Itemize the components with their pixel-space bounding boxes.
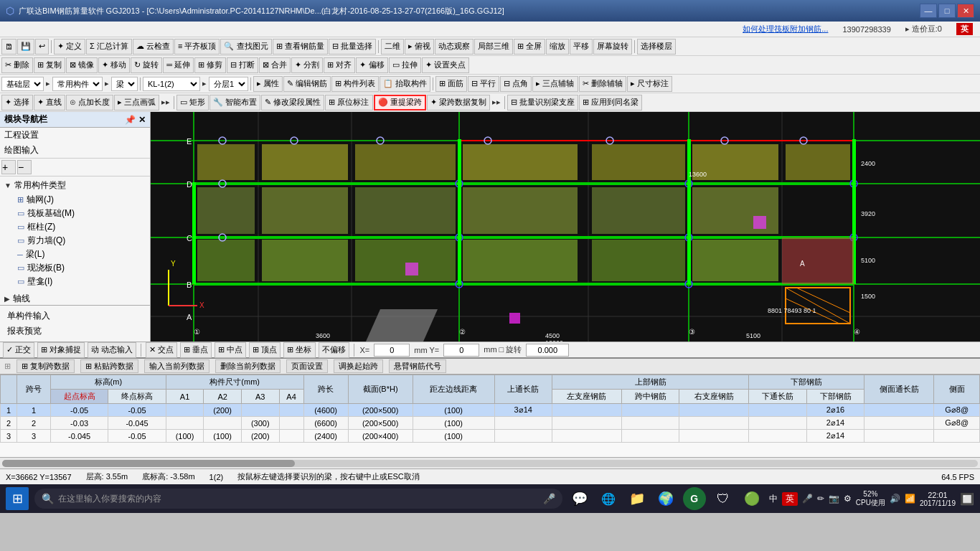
mod-beam-seg-btn[interactable]: ✎ 修改梁段属性: [261, 95, 324, 110]
drawing-import-item[interactable]: 绘图输入: [0, 143, 150, 158]
parallel-btn[interactable]: ⊟ 平行: [468, 76, 499, 92]
level-top-btn[interactable]: ≡ 平齐板顶: [174, 39, 220, 55]
rotate-btn[interactable]: ↻ 旋转: [131, 57, 162, 73]
win-maximize-btn[interactable]: □: [938, 4, 956, 18]
nav-slab-item[interactable]: ▭ 现浇板(B): [0, 261, 150, 275]
smart-place-btn[interactable]: 🔧 智能布置: [209, 95, 260, 110]
single-comp-input-item[interactable]: 单构件输入: [4, 309, 146, 324]
dynamic-obs-btn[interactable]: 动态观察: [435, 39, 473, 55]
align-btn[interactable]: ⊞ 对齐: [324, 57, 355, 73]
apply-same-name-btn[interactable]: ⊞ 应用到同名梁: [579, 95, 642, 110]
offset-btn[interactable]: ✦ 偏移: [356, 57, 387, 73]
tray-cam[interactable]: 📷: [829, 494, 839, 504]
pick-comp-btn[interactable]: 📋 抬取构件: [380, 76, 430, 92]
h-scrollbar[interactable]: [0, 457, 980, 468]
table-row[interactable]: 1 1 -0.05 -0.05 (200) (4600) (200×500) (…: [1, 404, 980, 417]
perp-btn[interactable]: ⊞ 垂点: [180, 342, 212, 358]
edit-rebar-btn[interactable]: ✎ 编辑钢筋: [283, 76, 331, 92]
table-row[interactable]: 2 2 -0.03 -0.045 (300) (6600) (200×500) …: [1, 417, 980, 430]
pan-btn[interactable]: 平移: [570, 39, 593, 55]
stretch-btn[interactable]: ▭ 拉伸: [389, 57, 421, 73]
re-extract-beam-btn[interactable]: 🔴 重提梁跨: [374, 95, 426, 110]
batch-select-btn[interactable]: ⊟ 批量选择: [329, 39, 376, 55]
coord-btn[interactable]: ⊞ 坐标: [283, 342, 315, 358]
new-btn[interactable]: 🖺: [1, 39, 17, 55]
axis-header[interactable]: ▶ 轴线: [0, 291, 150, 305]
nav-grid-item[interactable]: ⊞ 轴网(J): [0, 193, 150, 207]
property-btn[interactable]: ▸ 属性: [253, 76, 283, 92]
nav-wall-item[interactable]: ▭ 剪力墙(Q): [0, 234, 150, 248]
rect-btn[interactable]: ▭ 矩形: [176, 95, 209, 110]
nav-add-btn[interactable]: +: [1, 160, 16, 174]
nav-raft-item[interactable]: ▭ 筏板基础(M): [0, 207, 150, 220]
split-btn[interactable]: ✦ 分割: [291, 57, 323, 73]
extend-btn[interactable]: ═ 延伸: [163, 57, 194, 73]
comp-list-btn[interactable]: ⊞ 构件列表: [331, 76, 379, 92]
tray-volume[interactable]: 🔊: [890, 494, 900, 504]
taskbar-app-edge[interactable]: 🌐: [597, 487, 620, 510]
sub-component-select[interactable]: 梁: [111, 77, 138, 91]
y-input[interactable]: [443, 344, 479, 357]
part-3d-btn[interactable]: 局部三维: [474, 39, 513, 55]
top-view-btn[interactable]: ▸ 俯视: [405, 39, 434, 55]
table-row[interactable]: 3 3 -0.045 -0.05 (100) (100) (200) (2400…: [1, 430, 980, 443]
copy-span-btn[interactable]: ⊞ 复制跨数据: [17, 359, 75, 373]
nav-close-icon[interactable]: ✕: [138, 115, 146, 125]
layer-select[interactable]: 基础层: [1, 77, 44, 91]
nav-pin-icon[interactable]: 📌: [125, 115, 136, 125]
move-btn[interactable]: ✦ 移动: [98, 57, 130, 73]
midpoint-btn[interactable]: ⊞ 中点: [215, 342, 246, 358]
common-components-header[interactable]: ▼ 常用构件类型: [0, 178, 150, 193]
paste-span-btn[interactable]: ⊞ 粘贴跨数据: [80, 359, 138, 373]
intersection-btn[interactable]: ✕ 交点: [146, 342, 177, 358]
swap-span-btn[interactable]: 调换起始跨: [334, 359, 383, 373]
nav-col-item[interactable]: ▭ 框柱(Z): [0, 220, 150, 234]
cloud-check-btn[interactable]: ☁ 云检查: [133, 39, 174, 55]
dimension-btn[interactable]: ▸ 尺寸标注: [627, 76, 672, 92]
nav-recess-item[interactable]: ▭ 壁龛(I): [0, 275, 150, 288]
find-elem-btn[interactable]: 🔍 查找图元: [220, 39, 271, 55]
input-col-btn[interactable]: 输入当前列数据: [144, 359, 209, 373]
taskbar-app-chat[interactable]: 💬: [568, 487, 591, 510]
point-angle-btn[interactable]: ⊟ 点角: [500, 76, 532, 92]
orig-annot-btn[interactable]: ⊞ 原位标注: [325, 95, 372, 110]
cant-rebar-btn[interactable]: 悬臂钢筋代号: [389, 359, 446, 373]
start-btn[interactable]: ⊞: [6, 487, 29, 510]
vertex-btn[interactable]: ⊞ 顶点: [249, 342, 281, 358]
screen-rotate-btn[interactable]: 屏幕旋转: [593, 39, 632, 55]
three-pt-axis-btn[interactable]: ▸ 三点辅轴: [532, 76, 578, 92]
taskbar-app-shield[interactable]: 🛡: [712, 487, 735, 510]
select-floor-btn[interactable]: 选择楼层: [637, 39, 676, 55]
sublayer-select[interactable]: 分层1: [209, 77, 248, 91]
eng-settings-item[interactable]: 工程设置: [0, 128, 150, 143]
nav-beam-item[interactable]: ─ 梁(L): [0, 248, 150, 261]
tray-en[interactable]: 英: [782, 492, 798, 506]
search-bar[interactable]: 🔍 在这里输入你要搜索的内容 🎤: [34, 489, 562, 509]
del-axis-btn[interactable]: ✂ 删除辅轴: [579, 76, 626, 92]
taskbar-time[interactable]: 22:01 2017/11/19: [920, 491, 956, 507]
calc-btn[interactable]: Σ 汇总计算: [86, 39, 132, 55]
mirror-btn[interactable]: ⊠ 镜像: [66, 57, 98, 73]
tray-action-center[interactable]: 🔲: [960, 492, 974, 506]
2d-btn[interactable]: 二维: [381, 39, 404, 55]
merge-btn[interactable]: ⊠ 合并: [259, 57, 291, 73]
taskbar-app-globe[interactable]: 🌍: [654, 487, 677, 510]
taskbar-app-files[interactable]: 📁: [626, 487, 649, 510]
trim-btn[interactable]: ⊞ 修剪: [194, 57, 226, 73]
taskbar-app-green[interactable]: 🟢: [740, 487, 763, 510]
page-setup-btn[interactable]: 页面设置: [286, 359, 328, 373]
undo-btn[interactable]: ↩: [35, 39, 49, 55]
tray-zh[interactable]: 中: [769, 493, 778, 505]
cad-canvas[interactable]: E D C B A ① ② ③ ④ 3600 4500 5100 13200 2…: [151, 112, 980, 342]
del-col-btn[interactable]: 删除当前列数据: [215, 359, 281, 373]
fullscreen-btn[interactable]: ⊞ 全屏: [514, 39, 545, 55]
view-rebar-btn[interactable]: ⊞ 查看钢筋量: [273, 39, 328, 55]
top-rebar-btn[interactable]: ⊞ 面筋: [435, 76, 467, 92]
lang-icon[interactable]: 英: [956, 23, 973, 35]
tray-draw[interactable]: ✏: [817, 494, 824, 504]
no-offset-btn[interactable]: 不偏移: [319, 342, 349, 358]
ortho-btn[interactable]: ✓ 正交: [3, 342, 34, 358]
notif-text[interactable]: 如何处理筏板附加钢筋...: [743, 24, 828, 34]
delete-btn[interactable]: ✂ 删除: [1, 57, 33, 73]
win-close-btn[interactable]: ✕: [957, 4, 974, 18]
